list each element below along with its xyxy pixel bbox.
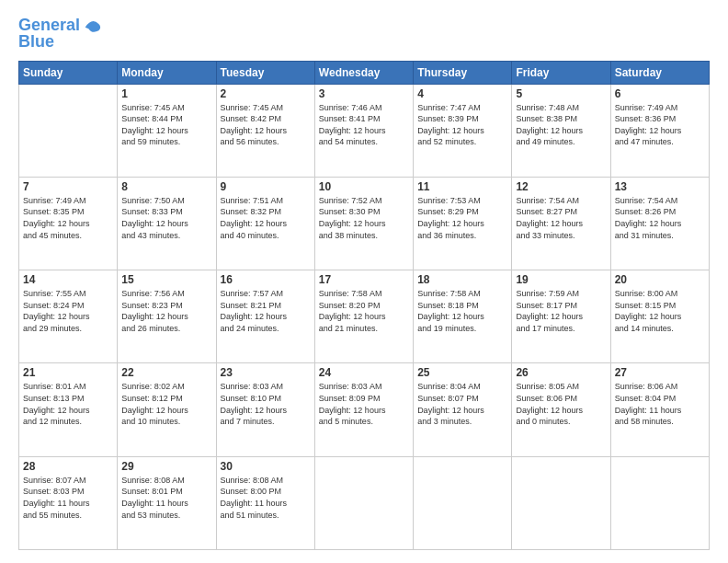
cell-info: Sunrise: 8:06 AM Sunset: 8:04 PM Dayligh… bbox=[615, 381, 705, 427]
calendar-cell: 4Sunrise: 7:47 AM Sunset: 8:39 PM Daylig… bbox=[414, 84, 512, 177]
cell-info: Sunrise: 7:52 AM Sunset: 8:30 PM Dayligh… bbox=[319, 195, 409, 241]
calendar-cell: 19Sunrise: 7:59 AM Sunset: 8:17 PM Dayli… bbox=[512, 270, 610, 363]
calendar-cell: 11Sunrise: 7:53 AM Sunset: 8:29 PM Dayli… bbox=[414, 177, 512, 270]
day-number: 30 bbox=[221, 460, 311, 473]
cell-info: Sunrise: 7:48 AM Sunset: 8:38 PM Dayligh… bbox=[516, 102, 606, 148]
day-number: 3 bbox=[319, 87, 409, 100]
cell-info: Sunrise: 7:47 AM Sunset: 8:39 PM Dayligh… bbox=[417, 102, 507, 148]
calendar-cell: 5Sunrise: 7:48 AM Sunset: 8:38 PM Daylig… bbox=[512, 84, 610, 177]
calendar-cell: 22Sunrise: 8:02 AM Sunset: 8:12 PM Dayli… bbox=[118, 363, 216, 456]
calendar-cell bbox=[512, 456, 610, 549]
cell-info: Sunrise: 8:08 AM Sunset: 8:01 PM Dayligh… bbox=[121, 475, 211, 521]
logo-text-line2: Blue bbox=[18, 33, 102, 52]
weekday-header-tuesday: Tuesday bbox=[216, 61, 314, 84]
day-number: 27 bbox=[615, 366, 705, 379]
day-number: 16 bbox=[221, 273, 311, 286]
calendar-cell: 6Sunrise: 7:49 AM Sunset: 8:36 PM Daylig… bbox=[610, 84, 709, 177]
calendar-table: SundayMondayTuesdayWednesdayThursdayFrid… bbox=[18, 61, 710, 550]
weekday-header-monday: Monday bbox=[118, 61, 216, 84]
cell-info: Sunrise: 7:54 AM Sunset: 8:27 PM Dayligh… bbox=[516, 195, 606, 241]
calendar-cell: 23Sunrise: 8:03 AM Sunset: 8:10 PM Dayli… bbox=[216, 363, 314, 456]
day-number: 19 bbox=[516, 273, 606, 286]
day-number: 9 bbox=[221, 180, 311, 193]
calendar-cell: 29Sunrise: 8:08 AM Sunset: 8:01 PM Dayli… bbox=[118, 456, 216, 549]
cell-info: Sunrise: 7:53 AM Sunset: 8:29 PM Dayligh… bbox=[417, 195, 507, 241]
weekday-header-sunday: Sunday bbox=[19, 61, 118, 84]
cell-info: Sunrise: 8:00 AM Sunset: 8:15 PM Dayligh… bbox=[615, 288, 705, 334]
calendar-cell: 3Sunrise: 7:46 AM Sunset: 8:41 PM Daylig… bbox=[314, 84, 413, 177]
cell-info: Sunrise: 7:54 AM Sunset: 8:26 PM Dayligh… bbox=[615, 195, 705, 241]
day-number: 21 bbox=[23, 366, 113, 379]
calendar-cell: 21Sunrise: 8:01 AM Sunset: 8:13 PM Dayli… bbox=[19, 363, 118, 456]
calendar-cell: 27Sunrise: 8:06 AM Sunset: 8:04 PM Dayli… bbox=[610, 363, 709, 456]
cell-info: Sunrise: 7:49 AM Sunset: 8:35 PM Dayligh… bbox=[23, 195, 113, 241]
cell-info: Sunrise: 7:59 AM Sunset: 8:17 PM Dayligh… bbox=[516, 288, 606, 334]
calendar-cell: 17Sunrise: 7:58 AM Sunset: 8:20 PM Dayli… bbox=[314, 270, 413, 363]
weekday-header-row: SundayMondayTuesdayWednesdayThursdayFrid… bbox=[19, 61, 710, 84]
day-number: 14 bbox=[23, 273, 113, 286]
day-number: 5 bbox=[516, 87, 606, 100]
calendar-cell: 2Sunrise: 7:45 AM Sunset: 8:42 PM Daylig… bbox=[216, 84, 314, 177]
day-number: 4 bbox=[417, 87, 507, 100]
week-row-2: 7Sunrise: 7:49 AM Sunset: 8:35 PM Daylig… bbox=[19, 177, 710, 270]
calendar-cell: 1Sunrise: 7:45 AM Sunset: 8:44 PM Daylig… bbox=[118, 84, 216, 177]
cell-info: Sunrise: 8:01 AM Sunset: 8:13 PM Dayligh… bbox=[23, 381, 113, 427]
calendar-cell: 14Sunrise: 7:55 AM Sunset: 8:24 PM Dayli… bbox=[19, 270, 118, 363]
day-number: 1 bbox=[121, 87, 211, 100]
calendar-cell bbox=[414, 456, 512, 549]
day-number: 7 bbox=[23, 180, 113, 193]
calendar-cell: 15Sunrise: 7:56 AM Sunset: 8:23 PM Dayli… bbox=[118, 270, 216, 363]
page: General Blue SundayMondayTuesdayWednesda… bbox=[0, 0, 728, 563]
logo-icon bbox=[82, 14, 102, 34]
day-number: 20 bbox=[615, 273, 705, 286]
cell-info: Sunrise: 7:46 AM Sunset: 8:41 PM Dayligh… bbox=[319, 102, 409, 148]
calendar-cell bbox=[314, 456, 413, 549]
weekday-header-wednesday: Wednesday bbox=[314, 61, 413, 84]
day-number: 8 bbox=[121, 180, 211, 193]
calendar-cell: 25Sunrise: 8:04 AM Sunset: 8:07 PM Dayli… bbox=[414, 363, 512, 456]
calendar-cell: 7Sunrise: 7:49 AM Sunset: 8:35 PM Daylig… bbox=[19, 177, 118, 270]
day-number: 2 bbox=[221, 87, 311, 100]
day-number: 15 bbox=[121, 273, 211, 286]
cell-info: Sunrise: 7:58 AM Sunset: 8:20 PM Dayligh… bbox=[319, 288, 409, 334]
week-row-3: 14Sunrise: 7:55 AM Sunset: 8:24 PM Dayli… bbox=[19, 270, 710, 363]
day-number: 11 bbox=[417, 180, 507, 193]
day-number: 23 bbox=[221, 366, 311, 379]
cell-info: Sunrise: 7:57 AM Sunset: 8:21 PM Dayligh… bbox=[221, 288, 311, 334]
calendar-cell: 26Sunrise: 8:05 AM Sunset: 8:06 PM Dayli… bbox=[512, 363, 610, 456]
week-row-4: 21Sunrise: 8:01 AM Sunset: 8:13 PM Dayli… bbox=[19, 363, 710, 456]
calendar-cell bbox=[610, 456, 709, 549]
calendar-cell: 13Sunrise: 7:54 AM Sunset: 8:26 PM Dayli… bbox=[610, 177, 709, 270]
cell-info: Sunrise: 7:55 AM Sunset: 8:24 PM Dayligh… bbox=[23, 288, 113, 334]
day-number: 25 bbox=[417, 366, 507, 379]
cell-info: Sunrise: 7:51 AM Sunset: 8:32 PM Dayligh… bbox=[221, 195, 311, 241]
day-number: 28 bbox=[23, 460, 113, 473]
day-number: 6 bbox=[615, 87, 705, 100]
cell-info: Sunrise: 8:02 AM Sunset: 8:12 PM Dayligh… bbox=[121, 381, 211, 427]
weekday-header-thursday: Thursday bbox=[414, 61, 512, 84]
cell-info: Sunrise: 7:56 AM Sunset: 8:23 PM Dayligh… bbox=[121, 288, 211, 334]
cell-info: Sunrise: 7:49 AM Sunset: 8:36 PM Dayligh… bbox=[615, 102, 705, 148]
header: General Blue bbox=[18, 17, 710, 52]
calendar-cell: 20Sunrise: 8:00 AM Sunset: 8:15 PM Dayli… bbox=[610, 270, 709, 363]
weekday-header-saturday: Saturday bbox=[610, 61, 709, 84]
calendar-cell: 30Sunrise: 8:08 AM Sunset: 8:00 PM Dayli… bbox=[216, 456, 314, 549]
calendar-cell: 18Sunrise: 7:58 AM Sunset: 8:18 PM Dayli… bbox=[414, 270, 512, 363]
cell-info: Sunrise: 8:04 AM Sunset: 8:07 PM Dayligh… bbox=[417, 381, 507, 427]
day-number: 10 bbox=[319, 180, 409, 193]
calendar-cell: 16Sunrise: 7:57 AM Sunset: 8:21 PM Dayli… bbox=[216, 270, 314, 363]
weekday-header-friday: Friday bbox=[512, 61, 610, 84]
week-row-1: 1Sunrise: 7:45 AM Sunset: 8:44 PM Daylig… bbox=[19, 84, 710, 177]
cell-info: Sunrise: 8:08 AM Sunset: 8:00 PM Dayligh… bbox=[221, 475, 311, 521]
calendar-cell: 9Sunrise: 7:51 AM Sunset: 8:32 PM Daylig… bbox=[216, 177, 314, 270]
day-number: 26 bbox=[516, 366, 606, 379]
day-number: 17 bbox=[319, 273, 409, 286]
cell-info: Sunrise: 7:58 AM Sunset: 8:18 PM Dayligh… bbox=[417, 288, 507, 334]
cell-info: Sunrise: 8:03 AM Sunset: 8:10 PM Dayligh… bbox=[221, 381, 311, 427]
week-row-5: 28Sunrise: 8:07 AM Sunset: 8:03 PM Dayli… bbox=[19, 456, 710, 549]
day-number: 13 bbox=[615, 180, 705, 193]
cell-info: Sunrise: 8:07 AM Sunset: 8:03 PM Dayligh… bbox=[23, 475, 113, 521]
day-number: 18 bbox=[417, 273, 507, 286]
day-number: 12 bbox=[516, 180, 606, 193]
cell-info: Sunrise: 7:50 AM Sunset: 8:33 PM Dayligh… bbox=[121, 195, 211, 241]
